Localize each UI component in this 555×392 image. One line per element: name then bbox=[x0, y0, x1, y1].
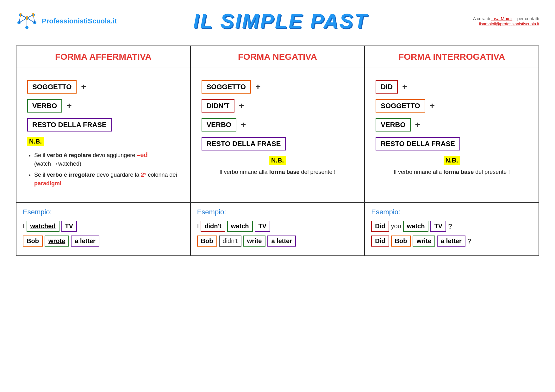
aff-example-1: I watched TV bbox=[23, 221, 184, 232]
svg-rect-14 bbox=[26, 18, 28, 20]
svg-point-17 bbox=[32, 13, 34, 15]
neg-didnt: DIDN'T bbox=[202, 99, 234, 113]
aff-ex2-Bob: Bob bbox=[23, 236, 43, 247]
negativa-row2: DIDN'T + bbox=[202, 99, 354, 113]
negativa-structure: SOGGETTO + DIDN'T + VERBO + RESTO DELLA … bbox=[190, 68, 365, 203]
credit-dash: – per contatti bbox=[514, 16, 539, 21]
main-table: FORMA AFFERMATIVA FORMA NEGATIVA FORMA I… bbox=[16, 46, 539, 256]
neg-ex1-didnt: didn't bbox=[201, 221, 225, 232]
aff-soggetto: SOGGETTO bbox=[27, 80, 77, 94]
neg-ex1-I: I bbox=[197, 223, 199, 230]
neg-ex2-Bob: Bob bbox=[197, 236, 217, 247]
interr-example-2: Did Bob write a letter ? bbox=[371, 236, 532, 247]
aff-ex2-aletter: a letter bbox=[71, 236, 99, 247]
aff-verbo: VERBO bbox=[27, 99, 62, 113]
neg-ex1-watch: watch bbox=[227, 221, 253, 232]
interr-row1: DID + bbox=[376, 80, 528, 94]
example-interrogativa: Esempio: Did you watch TV ? Did Bob writ… bbox=[365, 203, 539, 256]
credit-text: A cura di bbox=[473, 16, 490, 21]
col-header-negativa: FORMA NEGATIVA bbox=[190, 46, 365, 68]
interr-ex2-Did: Did bbox=[371, 236, 389, 247]
neg-soggetto: SOGGETTO bbox=[202, 80, 251, 94]
esempio-label-interr: Esempio: bbox=[371, 208, 532, 216]
col-header-interrogativa: FORMA INTERROGATIVA bbox=[365, 46, 539, 68]
logo-icon bbox=[16, 12, 38, 31]
neg-ex2-aletter: a letter bbox=[267, 236, 296, 247]
interr-ex2-Bob: Bob bbox=[391, 236, 411, 247]
interr-verbo: VERBO bbox=[376, 118, 410, 132]
credit-name: Lisa Moioli bbox=[491, 16, 512, 21]
credit-email: lisamoioli@professionistiscuola.it bbox=[479, 21, 539, 26]
neg-ex2-write: write bbox=[243, 236, 266, 247]
affermativa-row3: RESTO DELLA FRASE bbox=[27, 118, 179, 132]
esempio-label-aff: Esempio: bbox=[23, 208, 184, 216]
col-header-affermativa: FORMA AFFERMATIVA bbox=[16, 46, 190, 68]
aff-ex2-wrote: wrote bbox=[45, 236, 69, 247]
affermativa-row2: VERBO + bbox=[27, 99, 179, 113]
svg-rect-18 bbox=[33, 15, 34, 17]
affermativa-nb: N.B. Se il verbo è regolare devo aggiung… bbox=[27, 137, 179, 188]
aff-resto: RESTO DELLA FRASE bbox=[27, 118, 112, 132]
interr-example-1: Did you watch TV ? bbox=[371, 221, 532, 232]
svg-rect-16 bbox=[20, 15, 21, 17]
interrogativa-nb: N.B. Il verbo rimane alla forma base del… bbox=[376, 156, 528, 176]
interr-ex1-qmark: ? bbox=[448, 222, 452, 230]
logo-suffix: .it bbox=[111, 17, 117, 25]
interr-ex1-watch: watch bbox=[403, 221, 429, 232]
header: ProfessionistiScuola.it IL SIMPLE PAST A… bbox=[6, 6, 549, 36]
logo-text: ProfessionistiScuola.it bbox=[42, 17, 117, 25]
svg-point-13 bbox=[26, 16, 28, 18]
aff-ex1-I: I bbox=[23, 223, 25, 230]
aff-ex1-watched: watched bbox=[27, 221, 59, 232]
example-negativa: Esempio: I didn't watch TV Bob didn't wr… bbox=[190, 203, 365, 256]
neg-nb-text: Il verbo rimane alla forma base del pres… bbox=[202, 168, 354, 176]
neg-ex1-TV: TV bbox=[255, 221, 271, 232]
svg-line-9 bbox=[27, 18, 35, 23]
aff-ex1-TV: TV bbox=[61, 221, 77, 232]
interr-resto: RESTO DELLA FRASE bbox=[376, 137, 460, 150]
interr-row3: VERBO + bbox=[376, 118, 528, 132]
interr-row4: RESTO DELLA FRASE bbox=[376, 137, 528, 150]
interr-nb-label: N.B. bbox=[444, 156, 460, 165]
svg-point-15 bbox=[20, 13, 22, 15]
neg-example-1: I didn't watch TV bbox=[197, 221, 358, 232]
credit-area: A cura di Lisa Moioli – per contatti lis… bbox=[444, 16, 539, 26]
aff-nb-text: Se il verbo è regolare devo aggiungere –… bbox=[27, 150, 179, 188]
neg-ex2-didnt-plain: didn't bbox=[219, 236, 241, 247]
structure-row: SOGGETTO + VERBO + RESTO DELLA FRASE N.B… bbox=[16, 68, 539, 203]
svg-line-8 bbox=[19, 18, 27, 23]
main-title: IL SIMPLE PAST bbox=[117, 9, 444, 33]
aff-nb-label: N.B. bbox=[27, 137, 44, 146]
example-row: Esempio: I watched TV Bob wrote a letter… bbox=[16, 203, 539, 256]
affermativa-structure: SOGGETTO + VERBO + RESTO DELLA FRASE N.B… bbox=[16, 68, 190, 203]
logo-scuola: Scuola bbox=[88, 17, 110, 25]
esempio-label-neg: Esempio: bbox=[197, 208, 358, 216]
interr-soggetto: SOGGETTO bbox=[376, 99, 425, 113]
interr-ex1-you: you bbox=[391, 223, 401, 230]
negativa-row1: SOGGETTO + bbox=[202, 80, 354, 94]
neg-resto: RESTO DELLA FRASE bbox=[202, 137, 286, 150]
interr-ex2-aletter: a letter bbox=[437, 236, 465, 247]
negativa-row3: VERBO + bbox=[202, 118, 354, 132]
interr-did: DID bbox=[376, 80, 398, 94]
interr-row2: SOGGETTO + bbox=[376, 99, 528, 113]
header-row: FORMA AFFERMATIVA FORMA NEGATIVA FORMA I… bbox=[16, 46, 539, 68]
title-area: IL SIMPLE PAST bbox=[117, 9, 444, 33]
neg-nb-label: N.B. bbox=[269, 156, 286, 165]
neg-example-2: Bob didn't write a letter bbox=[197, 236, 358, 247]
interr-ex1-Did: Did bbox=[371, 221, 389, 232]
interrogativa-structure: DID + SOGGETTO + VERBO + RESTO DELLA FRA… bbox=[365, 68, 539, 203]
negativa-row4: RESTO DELLA FRASE bbox=[202, 137, 354, 150]
logo-area: ProfessionistiScuola.it bbox=[16, 12, 117, 31]
example-affermativa: Esempio: I watched TV Bob wrote a letter bbox=[16, 203, 190, 256]
negativa-nb: N.B. Il verbo rimane alla forma base del… bbox=[202, 156, 354, 176]
aff-example-2: Bob wrote a letter bbox=[23, 236, 184, 247]
affermativa-row1: SOGGETTO + bbox=[27, 80, 179, 94]
interr-ex2-write: write bbox=[413, 236, 435, 247]
interr-nb-text: Il verbo rimane alla forma base del pres… bbox=[376, 168, 528, 176]
interr-ex1-TV: TV bbox=[430, 221, 446, 232]
neg-verbo: VERBO bbox=[202, 118, 236, 132]
logo-professionisti: Professionisti bbox=[42, 17, 88, 25]
interr-ex2-qmark: ? bbox=[467, 237, 471, 245]
